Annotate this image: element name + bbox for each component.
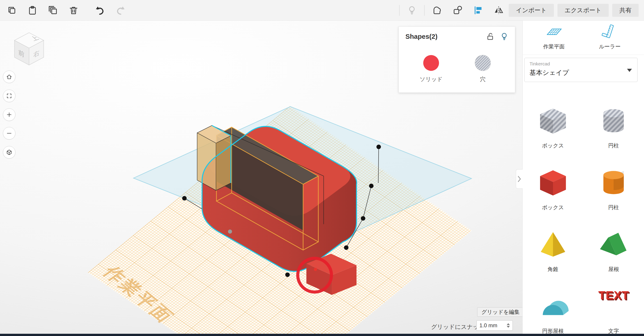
hole-swatch-label: 穴 (460, 76, 505, 83)
solid-color-icon (422, 54, 440, 72)
ruler-tool-label: ルーラー (585, 43, 634, 50)
roof-thumb (596, 227, 630, 261)
hole-box-thumb (536, 103, 570, 137)
solid-swatch-label: ソリッド (409, 76, 454, 83)
sidebar-collapse-handle[interactable] (516, 169, 522, 189)
shape-item-label: 屋根 (584, 266, 644, 273)
spinner-arrows-icon[interactable] (507, 323, 510, 328)
export-button[interactable]: エクスポート (558, 4, 609, 17)
zoom-out-button[interactable] (3, 127, 16, 139)
shape-item-label: ボックス (522, 204, 584, 211)
lightbulb-outline-icon (500, 32, 509, 41)
shape-item-label: 円柱 (584, 142, 644, 149)
mirror-button[interactable] (492, 3, 505, 18)
edit-grid-label: グリッドを編集 (482, 308, 520, 316)
shape-item-label: ボックス (522, 142, 584, 149)
perspective-toggle-button[interactable] (3, 146, 16, 158)
undo-button[interactable] (94, 3, 106, 18)
text-shape-glyph: TEXT (598, 289, 629, 302)
shape-item-label: 円柱 (584, 204, 644, 211)
shape-library-sidebar: 作業平面 ルーラー Tinkercad 基本シェイプ (522, 21, 644, 336)
delete-button[interactable] (67, 3, 80, 18)
minus-icon (6, 130, 12, 137)
perspective-cube-icon (6, 149, 12, 156)
library-selected: 基本シェイプ (530, 68, 632, 77)
workplane-tool[interactable]: 作業平面 (529, 24, 578, 50)
bottom-edge-strip (0, 334, 644, 336)
shape-item-text[interactable]: TEXT 文字 (584, 287, 644, 336)
shape-item-round-roof[interactable]: 円形屋根 (522, 287, 584, 336)
fit-view-icon (6, 92, 12, 99)
shape-item-red-box[interactable]: ボックス (522, 163, 584, 225)
pyramid-thumb (536, 227, 570, 261)
copy-icon (7, 5, 17, 16)
plus-icon (6, 111, 12, 118)
panel-title: Shapes(2) (406, 33, 481, 40)
red-box-thumb (536, 165, 570, 199)
hole-cylinder-thumb (596, 103, 630, 137)
workplane-tool-label: 作業平面 (529, 43, 578, 50)
tips-button[interactable] (406, 3, 418, 18)
share-button[interactable]: 共有 (612, 4, 639, 17)
group-button[interactable] (430, 3, 444, 18)
ungroup-icon (452, 5, 463, 16)
lock-button[interactable] (486, 32, 495, 41)
shape-item-label: 角錐 (522, 266, 584, 273)
fit-view-button[interactable] (3, 90, 16, 102)
tinkercad-app: 作業平面 (0, 0, 644, 336)
hole-pattern-icon (474, 54, 492, 72)
hole-swatch[interactable]: 穴 (460, 54, 505, 83)
chevron-down-icon (627, 69, 632, 72)
redo-button[interactable] (114, 3, 127, 18)
shape-item-hole-cylinder[interactable]: 円柱 (584, 101, 644, 163)
ungroup-button[interactable] (451, 3, 464, 18)
ruler-tool[interactable]: ルーラー (585, 24, 634, 50)
shape-item-pyramid[interactable]: 角錐 (522, 225, 584, 287)
paste-button[interactable] (26, 3, 39, 18)
ruler-icon (601, 24, 618, 41)
top-toolbar: インポート エクスポート 共有 (0, 0, 644, 21)
library-brand: Tinkercad (530, 61, 632, 67)
workplane-icon (545, 24, 562, 41)
export-label: エクスポート (564, 6, 602, 14)
home-icon (6, 73, 12, 80)
shape-gallery: ボックス 円柱 ボックス (522, 101, 644, 336)
text-shape-thumb: TEXT (596, 288, 630, 322)
zoom-in-button[interactable] (3, 108, 16, 121)
mirror-icon (494, 5, 504, 16)
lightbulb-icon (407, 5, 417, 16)
duplicate-button[interactable] (46, 3, 60, 18)
group-icon (432, 5, 442, 16)
shape-item-hole-box[interactable]: ボックス (522, 101, 584, 163)
edit-grid-button[interactable]: グリッドを編集 (477, 307, 524, 317)
undo-icon (95, 5, 105, 16)
share-label: 共有 (620, 6, 632, 14)
duplicate-icon (48, 5, 58, 16)
chevron-right-icon (518, 176, 522, 182)
align-button[interactable] (472, 3, 484, 18)
sidebar-divider (522, 55, 644, 55)
snap-grid-select[interactable]: 1.0 mm (476, 320, 513, 331)
shape-item-roof[interactable]: 屋根 (584, 225, 644, 287)
redo-icon (116, 5, 126, 16)
paste-icon (27, 5, 38, 16)
unlock-icon (486, 32, 495, 41)
view-cube[interactable]: 上 前 右 (10, 30, 48, 68)
shape-library-dropdown[interactable]: Tinkercad 基本シェイプ (524, 58, 638, 82)
import-button[interactable]: インポート (509, 4, 554, 17)
import-label: インポート (516, 6, 547, 14)
orange-cylinder-thumb (596, 165, 630, 199)
trash-icon (68, 5, 79, 16)
copy-button[interactable] (5, 3, 18, 18)
round-roof-thumb (536, 288, 570, 322)
shape-item-orange-cylinder[interactable]: 円柱 (584, 163, 644, 225)
home-view-button[interactable] (3, 71, 16, 83)
align-icon (473, 5, 483, 16)
visibility-button[interactable] (500, 32, 509, 41)
snap-grid-value: 1.0 mm (480, 322, 497, 328)
selection-inspector-panel: Shapes(2) ソリッド (398, 27, 515, 93)
solid-swatch[interactable]: ソリッド (409, 54, 454, 83)
